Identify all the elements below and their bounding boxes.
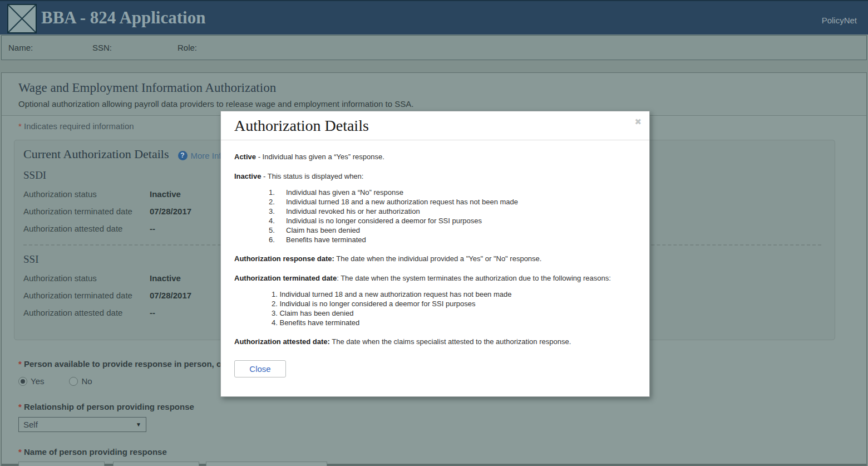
relationship-label: * Relationship of person providing respo… [18, 402, 866, 411]
app-window: BBA - 824 Application PolicyNet Name: SS… [0, 0, 868, 466]
list-item: Individual revoked his or her authorizat… [234, 207, 636, 216]
list-item: Individual turned 18 and a new authoriza… [234, 197, 636, 207]
page-title-block: Wage and Employment Information Authoriz… [2, 73, 866, 116]
ssi-attested-value: -- [150, 308, 155, 317]
broken-image-placeholder-icon [7, 4, 37, 33]
ssdi-status-value: Inactive [150, 189, 181, 199]
ssi-terminated-value: 07/28/2017 [150, 291, 191, 300]
no-radio-label[interactable]: No [81, 376, 92, 386]
first-name-input[interactable] [18, 462, 105, 466]
attested-date-definition: Authorization attested date: The date wh… [234, 337, 636, 346]
no-radio[interactable] [69, 377, 78, 386]
last-name-input[interactable] [206, 462, 327, 466]
yes-radio-label[interactable]: Yes [31, 376, 44, 386]
modal-title: Authorization Details [234, 117, 369, 134]
inactive-reasons-list: Individual has given a “No” response Ind… [234, 188, 636, 244]
terminated-date-definition: Authorization terminated date: The date … [234, 273, 636, 283]
terminated-reasons-list: Individual turned 18 and a new authoriza… [234, 290, 636, 327]
panel-heading: Current Authorization Details [23, 147, 169, 161]
list-item: Individual is no longer considered a dee… [234, 216, 636, 225]
middle-name-input[interactable] [113, 462, 199, 466]
inactive-definition: Inactive - This status is displayed when… [234, 171, 636, 181]
active-definition: Active - Individual has given a “Yes” re… [234, 152, 636, 161]
list-item: Benefits have terminated [234, 235, 636, 244]
list-item: Claim has been denied [272, 308, 636, 318]
app-title: BBA - 824 Application [41, 1, 205, 36]
ssdi-attested-value: -- [150, 224, 155, 233]
ssi-status-value: Inactive [150, 273, 181, 283]
name-label: Name: [8, 43, 92, 52]
role-label: Role: [177, 43, 197, 52]
app-header: BBA - 824 Application PolicyNet [0, 0, 868, 35]
user-info-bar: Name: SSN: Role: [1, 35, 867, 60]
modal-header: Authorization Details ✖ [221, 111, 649, 140]
list-item: Individual turned 18 and a new authoriza… [272, 290, 636, 299]
authorization-details-modal: Authorization Details ✖ Active - Individ… [220, 111, 650, 397]
ssdi-terminated-value: 07/28/2017 [150, 207, 191, 216]
page-title: Wage and Employment Information Authoriz… [18, 81, 866, 95]
modal-body: Active - Individual has given a “Yes” re… [221, 140, 649, 346]
close-icon[interactable]: ✖ [634, 117, 642, 127]
policynet-link[interactable]: PolicyNet [822, 16, 857, 25]
yes-radio[interactable] [18, 377, 27, 386]
help-icon[interactable]: ? [178, 151, 188, 160]
relationship-selected-value: Self [23, 420, 38, 429]
close-button[interactable]: Close [234, 360, 286, 377]
required-asterisk: * [18, 121, 22, 131]
list-item: Individual is no longer considered a dee… [272, 299, 636, 308]
response-date-definition: Authorization response date: The date wh… [234, 254, 636, 263]
list-item: Benefits have terminated [272, 318, 636, 327]
chevron-down-icon: ▼ [136, 421, 141, 428]
ssn-label: SSN: [92, 43, 177, 52]
name-of-person-label: * Name of person providing response [18, 447, 866, 457]
page-subtitle: Optional authorization allowing payroll … [18, 99, 866, 109]
list-item: Individual has given a “No” response [234, 188, 636, 197]
relationship-select[interactable]: Self ▼ [18, 417, 146, 432]
list-item: Claim has been denied [234, 225, 636, 235]
